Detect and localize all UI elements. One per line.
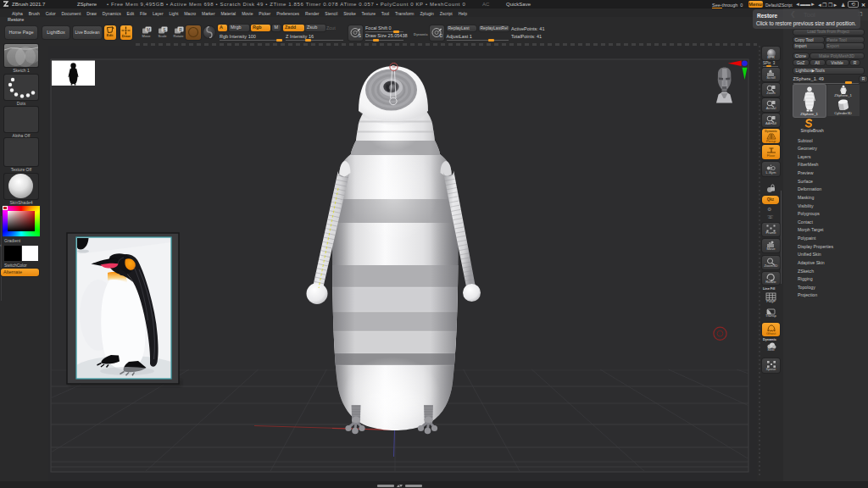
svg-text:R: R	[179, 27, 182, 32]
svg-text:S: S	[358, 33, 361, 38]
svg-text:D: D	[439, 33, 442, 38]
svg-text:M: M	[146, 27, 149, 32]
